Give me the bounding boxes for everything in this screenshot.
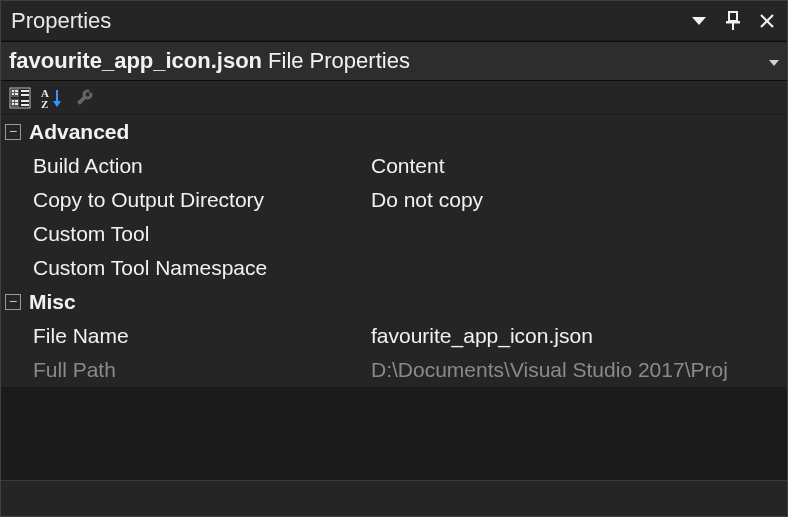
svg-rect-10 bbox=[15, 90, 18, 92]
categorized-button[interactable] bbox=[7, 85, 33, 111]
object-type-label: File Properties bbox=[268, 48, 410, 74]
panel-title: Properties bbox=[11, 8, 689, 34]
svg-rect-3 bbox=[732, 23, 734, 30]
property-row[interactable]: Copy to Output DirectoryDo not copy bbox=[1, 183, 787, 217]
property-row[interactable]: Custom Tool bbox=[1, 217, 787, 251]
property-label: Custom Tool bbox=[1, 222, 371, 246]
group-header[interactable]: −Misc bbox=[1, 285, 787, 319]
group-title: Misc bbox=[29, 290, 76, 314]
property-label: Custom Tool Namespace bbox=[1, 256, 371, 280]
svg-rect-1 bbox=[729, 12, 737, 21]
property-label: Full Path bbox=[1, 358, 371, 382]
svg-rect-11 bbox=[12, 93, 14, 95]
svg-rect-19 bbox=[15, 103, 18, 105]
svg-rect-17 bbox=[15, 100, 18, 102]
svg-rect-16 bbox=[12, 100, 14, 102]
pin-icon[interactable] bbox=[723, 11, 743, 31]
property-pages-button[interactable] bbox=[71, 85, 97, 111]
svg-rect-14 bbox=[21, 94, 29, 96]
property-value[interactable]: favourite_app_icon.json bbox=[371, 324, 787, 348]
window-position-icon[interactable] bbox=[689, 11, 709, 31]
property-row[interactable]: Build ActionContent bbox=[1, 149, 787, 183]
property-label: Build Action bbox=[1, 154, 371, 178]
svg-rect-13 bbox=[21, 90, 29, 92]
svg-rect-12 bbox=[15, 93, 18, 95]
properties-toolbar: A Z bbox=[1, 81, 787, 115]
titlebar: Properties bbox=[1, 1, 787, 41]
collapse-icon[interactable]: − bbox=[5, 124, 21, 140]
property-row[interactable]: File Namefavourite_app_icon.json bbox=[1, 319, 787, 353]
group-title: Advanced bbox=[29, 120, 129, 144]
svg-rect-18 bbox=[12, 103, 14, 105]
alphabetical-button[interactable]: A Z bbox=[39, 85, 65, 111]
svg-marker-6 bbox=[769, 60, 779, 66]
svg-rect-9 bbox=[12, 90, 14, 92]
object-header[interactable]: favourite_app_icon.json File Properties bbox=[1, 41, 787, 81]
close-icon[interactable] bbox=[757, 11, 777, 31]
svg-marker-25 bbox=[53, 101, 61, 107]
property-row[interactable]: Full PathD:\Documents\Visual Studio 2017… bbox=[1, 353, 787, 387]
description-pane bbox=[1, 480, 787, 516]
property-label: File Name bbox=[1, 324, 371, 348]
chevron-down-icon[interactable] bbox=[769, 53, 779, 69]
property-row[interactable]: Custom Tool Namespace bbox=[1, 251, 787, 285]
svg-rect-20 bbox=[21, 100, 29, 102]
svg-rect-21 bbox=[21, 104, 29, 106]
property-value[interactable]: Do not copy bbox=[371, 188, 787, 212]
group-header[interactable]: −Advanced bbox=[1, 115, 787, 149]
object-name: favourite_app_icon.json bbox=[9, 48, 262, 74]
titlebar-buttons bbox=[689, 11, 777, 31]
collapse-icon[interactable]: − bbox=[5, 294, 21, 310]
svg-marker-0 bbox=[692, 17, 706, 25]
property-grid: −AdvancedBuild ActionContentCopy to Outp… bbox=[1, 115, 787, 387]
property-value[interactable]: D:\Documents\Visual Studio 2017\Proj bbox=[371, 358, 787, 382]
svg-text:Z: Z bbox=[41, 98, 48, 109]
property-value[interactable]: Content bbox=[371, 154, 787, 178]
property-label: Copy to Output Directory bbox=[1, 188, 371, 212]
